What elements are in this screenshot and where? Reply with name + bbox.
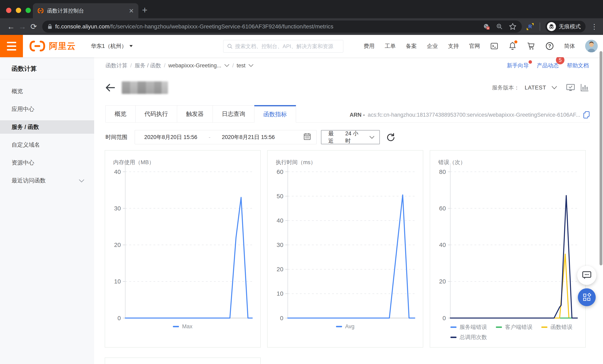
avatar[interactable] [585, 40, 598, 52]
menu-enterprise[interactable]: 企业 [427, 42, 438, 50]
end-date: 2020年8月21日 15:56 [222, 133, 275, 141]
legend-item[interactable]: 客户端错误 [496, 323, 532, 331]
execution-time-plot: 0102030405060 [268, 151, 423, 347]
back-nav-icon[interactable]: ← [5, 22, 17, 31]
new-tab-button[interactable]: + [142, 4, 148, 15]
menu-official-site[interactable]: 官网 [469, 42, 480, 50]
favicon-aliyun-icon [37, 8, 44, 14]
product-news-link[interactable]: 产品动态 5 [537, 62, 559, 69]
copy-icon[interactable] [583, 111, 590, 119]
tab-code-execution[interactable]: 代码执行 [135, 105, 177, 122]
legend-label: 客户端错误 [505, 323, 532, 331]
page: 函数计算控制台 ✕ + ← → ⟳ fc.console.aliyun.com/… [0, 0, 603, 364]
window-close-button[interactable] [6, 8, 11, 13]
browser-menu-icon[interactable]: ⋮ [591, 23, 598, 31]
back-arrow-icon[interactable] [105, 83, 115, 92]
arn-value: acs:fc:cn-hangzhou:1813774388953700:serv… [368, 112, 580, 118]
tab-close-icon[interactable]: ✕ [129, 7, 134, 14]
console-header: 阿里云 华东1（杭州） 费用 工单 备案 企业 支持 官网 [0, 35, 603, 57]
next-chart-card-partial [105, 357, 261, 364]
quick-range-prefix: 最近 [328, 130, 338, 144]
svg-text:0: 0 [117, 315, 121, 321]
lock-icon [47, 24, 52, 29]
cart-icon[interactable] [527, 42, 535, 50]
memory-usage-plot: 010203040 [105, 151, 260, 347]
chart-title: 错误（次） [438, 159, 466, 166]
sidebar: 函数计算 概览 应用中心 服务 / 函数 自定义域名 资源中心 [0, 57, 94, 364]
tab-log-query[interactable]: 日志查询 [213, 105, 255, 122]
date-range-picker[interactable]: 2020年8月20日 15:56 - 2020年8月21日 15:56 [135, 130, 316, 144]
tab-label: 触发器 [186, 110, 204, 118]
menu-support[interactable]: 支持 [448, 42, 459, 50]
feedback-button[interactable] [578, 288, 596, 306]
breadcrumb-function-name[interactable]: test [237, 62, 245, 69]
breadcrumb-service-name[interactable]: webapixxx-Greeting... [168, 62, 221, 69]
sidebar-item-overview[interactable]: 概览 [0, 85, 94, 98]
tab-overview[interactable]: 概览 [105, 105, 136, 122]
main-content: 函数计算 / 服务 / 函数 / webapixxx-Greeting... /… [94, 57, 603, 364]
svg-text:x: x [487, 27, 489, 30]
tab-label: 概览 [115, 110, 127, 118]
svg-text:30: 30 [114, 205, 121, 212]
extension-icon[interactable]: R [526, 22, 534, 31]
search-input[interactable] [235, 43, 339, 49]
sidebar-item-custom-domains[interactable]: 自定义域名 [0, 138, 94, 152]
sidebar-item-app-center[interactable]: 应用中心 [0, 103, 94, 116]
svg-text:30: 30 [277, 241, 283, 248]
tab-function-metrics[interactable]: 函数指标 [254, 105, 296, 123]
legend-item[interactable]: 函数错误 [541, 323, 572, 331]
legend-item[interactable]: Avg [336, 323, 354, 330]
caret-down-icon [129, 45, 133, 47]
menu-icp[interactable]: 备案 [406, 42, 417, 50]
language-toggle[interactable]: 简体 [564, 42, 575, 50]
tab-triggers[interactable]: 触发器 [177, 105, 213, 122]
window-zoom-button[interactable] [25, 8, 31, 13]
menu-tickets[interactable]: 工单 [385, 42, 396, 50]
address-bar[interactable]: fc.console.aliyun.com/fc/service/cn-hang… [42, 21, 522, 33]
zoom-page-icon[interactable] [496, 23, 503, 30]
metrics-bars-icon[interactable] [580, 83, 589, 92]
chevron-down-icon[interactable] [224, 64, 230, 67]
page-scrollbar[interactable] [600, 51, 603, 265]
sidebar-item-services-functions[interactable]: 服务 / 函数 [0, 120, 94, 134]
help-icon[interactable]: ? [545, 42, 554, 50]
forward-nav-icon[interactable]: → [17, 22, 28, 31]
tab-label: 日志查询 [222, 110, 245, 118]
chevron-down-icon[interactable] [248, 64, 254, 67]
bookmark-star-icon[interactable] [509, 23, 517, 30]
products-menu-button[interactable] [0, 35, 23, 57]
url-text[interactable]: fc.console.aliyun.com/fc/service/cn-hang… [55, 23, 480, 30]
help-docs-link[interactable]: 帮助文档 [567, 62, 589, 69]
legend-item[interactable]: 总调用次数 [451, 334, 487, 341]
beginner-guide-link[interactable]: 新手向导 [507, 62, 529, 69]
legend-label: 服务端错误 [460, 323, 487, 331]
legend-label: 总调用次数 [460, 334, 487, 341]
window-minimize-button[interactable] [16, 8, 21, 13]
sidebar-item-recent-functions[interactable]: 最近访问函数 [0, 174, 94, 187]
region-selector[interactable]: 华东1（杭州） [91, 35, 133, 57]
browser-tab[interactable]: 函数计算控制台 ✕ [33, 3, 138, 18]
notifications-bell-icon[interactable] [509, 42, 517, 50]
legend-item[interactable]: Max [173, 323, 192, 330]
sidebar-item-resource-center[interactable]: 资源中心 [0, 156, 94, 169]
breadcrumb-services[interactable]: 服务 / 函数 [135, 62, 161, 69]
cookie-blocked-icon[interactable]: x [483, 23, 490, 30]
aliyun-logo-text: 阿里云 [49, 40, 76, 52]
reload-icon[interactable]: ⟳ [28, 22, 39, 31]
arn-row: ARN - acs:fc:cn-hangzhou:181377438895370… [349, 111, 590, 119]
legend-item[interactable]: 服务端错误 [451, 323, 487, 331]
chat-support-button[interactable] [577, 266, 596, 285]
quick-range-select[interactable]: 最近 24 小时 [321, 130, 380, 144]
breadcrumb-fc[interactable]: 函数计算 [105, 62, 128, 69]
aliyun-logo[interactable]: 阿里云 [28, 35, 76, 57]
breadcrumb-separator: / [130, 62, 132, 69]
version-dropdown-chevron-icon[interactable] [551, 86, 557, 90]
monitor-check-icon[interactable] [566, 83, 575, 92]
svg-text:40: 40 [439, 241, 446, 248]
refresh-button[interactable] [386, 133, 395, 142]
cloud-shell-icon[interactable] [490, 42, 498, 50]
version-value: LATEST [525, 85, 546, 91]
menu-billing[interactable]: 费用 [364, 42, 374, 50]
calendar-icon[interactable] [304, 133, 311, 142]
console-search[interactable] [223, 40, 343, 53]
